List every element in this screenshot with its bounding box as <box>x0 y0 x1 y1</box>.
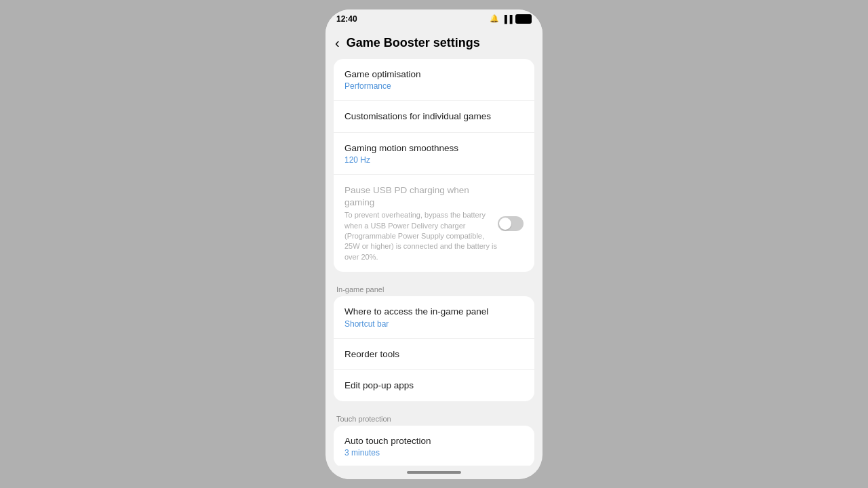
gaming-motion-smoothness-title: Gaming motion smoothness <box>344 142 524 155</box>
auto-touch-protection-subtitle: 3 minutes <box>344 448 524 458</box>
edit-popup-apps-text: Edit pop-up apps <box>344 380 524 392</box>
battery-indicator: 100 <box>515 14 532 24</box>
game-optimisation-text: Game optimisation Performance <box>344 68 524 92</box>
page-title: Game Booster settings <box>347 36 480 50</box>
where-to-access-subtitle: Shortcut bar <box>344 319 524 329</box>
pause-usb-pd-toggle[interactable] <box>498 216 524 231</box>
game-optimisation-subtitle: Performance <box>344 81 524 91</box>
gaming-motion-smoothness-row[interactable]: Gaming motion smoothness 120 Hz <box>334 133 534 176</box>
gaming-motion-smoothness-text: Gaming motion smoothness 120 Hz <box>344 142 524 165</box>
where-to-access-row[interactable]: Where to access the in-game panel Shortc… <box>334 296 534 339</box>
signal-icon: ▐▐ <box>502 15 513 23</box>
auto-touch-protection-row[interactable]: Auto touch protection 3 minutes <box>334 426 534 466</box>
status-icons: 🔔 ▐▐ 100 <box>490 14 532 24</box>
back-button[interactable]: ‹ <box>335 35 340 51</box>
section1-card: Game optimisation Performance Customisat… <box>334 59 534 272</box>
home-indicator <box>326 466 542 479</box>
reorder-tools-title: Reorder tools <box>344 348 524 361</box>
game-optimisation-row[interactable]: Game optimisation Performance <box>334 59 534 102</box>
in-game-panel-section-label: In-game panel <box>334 279 534 296</box>
gaming-motion-smoothness-subtitle: 120 Hz <box>344 155 524 165</box>
game-optimisation-title: Game optimisation <box>344 68 524 81</box>
main-content: Game optimisation Performance Customisat… <box>326 59 542 466</box>
section3-card: Auto touch protection 3 minutes <box>334 426 534 466</box>
phone-frame: 12:40 🔔 ▐▐ 100 ‹ Game Booster settings G… <box>326 9 542 479</box>
status-bar: 12:40 🔔 ▐▐ 100 <box>326 9 542 28</box>
where-to-access-title: Where to access the in-game panel <box>344 306 524 318</box>
customisations-row[interactable]: Customisations for individual games <box>334 101 534 133</box>
touch-protection-section-label: Touch protection <box>334 408 534 426</box>
reorder-tools-row[interactable]: Reorder tools <box>334 339 534 371</box>
pause-usb-pd-text: Pause USB PD charging when gaming To pre… <box>344 184 498 262</box>
auto-touch-protection-text: Auto touch protection 3 minutes <box>344 435 524 458</box>
customisations-title: Customisations for individual games <box>344 110 524 123</box>
customisations-text: Customisations for individual games <box>344 110 524 123</box>
where-to-access-text: Where to access the in-game panel Shortc… <box>344 306 524 329</box>
auto-touch-protection-title: Auto touch protection <box>344 435 524 447</box>
page-header: ‹ Game Booster settings <box>326 28 542 59</box>
pause-usb-pd-description: To prevent overheating, bypass the batte… <box>344 210 498 262</box>
pause-usb-pd-row[interactable]: Pause USB PD charging when gaming To pre… <box>334 175 534 272</box>
edit-popup-apps-title: Edit pop-up apps <box>344 380 524 392</box>
home-bar <box>407 471 461 474</box>
pause-usb-pd-title: Pause USB PD charging when gaming <box>344 184 498 208</box>
reorder-tools-text: Reorder tools <box>344 348 524 361</box>
section2-card: Where to access the in-game panel Shortc… <box>334 296 534 401</box>
edit-popup-apps-row[interactable]: Edit pop-up apps <box>334 370 534 401</box>
status-time: 12:40 <box>336 14 357 24</box>
volume-icon: 🔔 <box>490 14 499 23</box>
